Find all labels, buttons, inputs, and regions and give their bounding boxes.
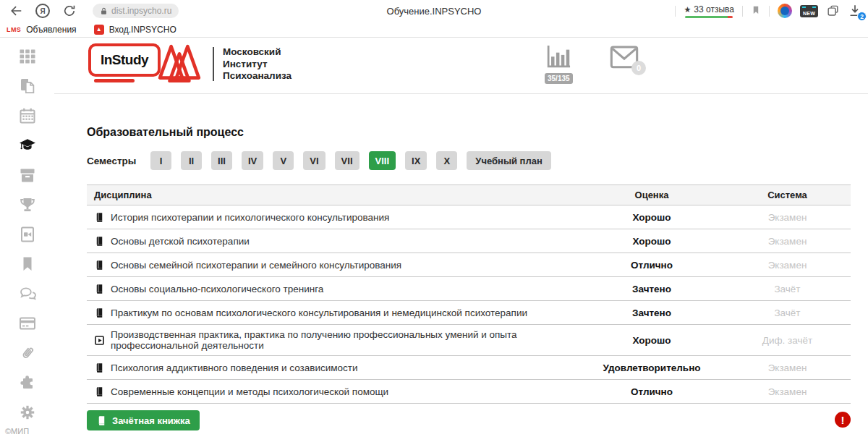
semester-tab-IV[interactable]: IV bbox=[242, 151, 263, 170]
semester-tab-X[interactable]: X bbox=[436, 151, 457, 170]
chat-icon bbox=[19, 285, 36, 302]
semester-tab-VIII[interactable]: VIII bbox=[369, 151, 396, 170]
calendar-icon bbox=[19, 107, 36, 124]
semester-tab-III[interactable]: III bbox=[211, 151, 232, 170]
semester-tab-I[interactable]: I bbox=[150, 151, 171, 170]
downloads-badge: 2 bbox=[857, 12, 867, 21]
content-area: InStudy Московский Институт Психоанализа… bbox=[54, 38, 868, 437]
semester-tab-II[interactable]: II bbox=[181, 151, 202, 170]
table-row[interactable]: Основы детской психотерапииХорошоЭкзамен bbox=[87, 229, 851, 253]
table-row[interactable]: Психология аддиктивного поведения и соза… bbox=[87, 356, 851, 380]
sidebar-item-education[interactable] bbox=[17, 137, 38, 154]
address-bar[interactable]: dist.inpsycho.ru bbox=[93, 4, 179, 18]
app-frame: ©МИП InStudy Московский Институт Психоан… bbox=[0, 38, 868, 437]
reviews-rating[interactable]: 33 отзыва bbox=[684, 4, 734, 18]
bookmark-icon bbox=[19, 255, 36, 273]
table-row[interactable]: История психотерапии и психологического … bbox=[87, 205, 851, 229]
semester-tab-VII[interactable]: VII bbox=[335, 151, 359, 170]
column-header-discipline: Дисциплина bbox=[87, 190, 579, 200]
grading-system: Экзамен bbox=[724, 212, 851, 223]
sidebar-item-attachments[interactable] bbox=[17, 344, 38, 362]
browser-profile-icon[interactable]: Я bbox=[35, 4, 50, 18]
sidebar-item-bookmarks[interactable] bbox=[17, 255, 38, 273]
book-icon bbox=[96, 415, 107, 426]
discipline-name: Основы социально-психологического тренин… bbox=[111, 284, 323, 294]
progress-stats[interactable]: 35/135 bbox=[545, 43, 573, 84]
grading-system: Экзамен bbox=[724, 362, 851, 373]
lock-icon bbox=[100, 7, 108, 15]
extension-browser-icon[interactable] bbox=[778, 4, 792, 18]
toolbar-separator bbox=[769, 6, 770, 17]
semester-tab-V[interactable]: V bbox=[273, 151, 294, 170]
table-row[interactable]: Основы социально-психологического тренин… bbox=[87, 277, 851, 301]
trophy-icon bbox=[19, 196, 36, 213]
alert-notification-icon[interactable] bbox=[835, 412, 851, 428]
semester-tab-IX[interactable]: IX bbox=[405, 151, 427, 170]
sidebar-item-calendar[interactable] bbox=[17, 107, 38, 124]
instudy-logo[interactable]: InStudy bbox=[88, 43, 161, 82]
bar-chart-icon bbox=[545, 43, 573, 71]
grading-system: Экзамен bbox=[724, 260, 851, 271]
instudy-logo-stand bbox=[94, 79, 135, 82]
column-header-grade: Оценка bbox=[579, 190, 724, 200]
institute-triangles-logo[interactable] bbox=[157, 43, 202, 86]
messages-envelope[interactable]: 0 bbox=[610, 45, 639, 69]
sidebar-item-dashboard[interactable] bbox=[17, 48, 38, 65]
extension-new-icon[interactable]: NEW bbox=[800, 5, 818, 17]
bookmark-item-login[interactable]: ▲ Вход.INPSYCHO bbox=[94, 25, 176, 35]
table-row[interactable]: Современные концепции и методы психологи… bbox=[87, 380, 851, 404]
sidebar-item-services[interactable] bbox=[17, 374, 38, 391]
sidebar-item-video-materials[interactable] bbox=[17, 226, 38, 243]
table-row[interactable]: Основы семейной психотерапии и семейного… bbox=[87, 253, 851, 277]
reload-icon[interactable] bbox=[62, 4, 77, 18]
book-icon bbox=[94, 362, 105, 373]
semester-tab-VI[interactable]: VI bbox=[303, 151, 325, 170]
stats-badge: 35/135 bbox=[545, 73, 573, 84]
paperclip-icon bbox=[19, 344, 36, 362]
sidebar-item-messages[interactable] bbox=[17, 285, 38, 302]
lms-favicon: LMS bbox=[7, 26, 21, 33]
side-panel-icon[interactable] bbox=[826, 4, 840, 18]
logo-divider bbox=[213, 47, 214, 81]
bookmark-flag-icon[interactable] bbox=[751, 5, 761, 17]
book-icon bbox=[94, 386, 105, 397]
sidebar-item-documents[interactable] bbox=[17, 77, 38, 95]
sidebar-item-settings[interactable] bbox=[17, 404, 38, 421]
sidebar-item-payments[interactable] bbox=[17, 315, 38, 332]
back-icon[interactable] bbox=[9, 4, 23, 18]
graduation-cap-icon bbox=[19, 137, 36, 154]
semester-tabs: IIIIIIIVVVIVIIVIIIIXX bbox=[150, 151, 457, 170]
bookmark-item-announcements[interactable]: LMS Объявления bbox=[7, 25, 77, 35]
sidebar-item-archive[interactable] bbox=[17, 166, 38, 184]
bookmarks-bar: LMS Объявления ▲ Вход.INPSYCHO bbox=[0, 22, 868, 38]
institute-name-line: Институт bbox=[223, 59, 292, 71]
rating-bar bbox=[685, 16, 733, 18]
toolbar-separator bbox=[742, 6, 743, 17]
downloads-icon[interactable]: 2 bbox=[848, 4, 862, 18]
grade-value: Зачтено bbox=[579, 307, 724, 318]
star-icon bbox=[684, 4, 691, 14]
column-header-system: Система bbox=[724, 190, 851, 200]
gradebook-button[interactable]: Зачётная книжка bbox=[87, 410, 200, 430]
documents-icon bbox=[19, 77, 36, 95]
discipline-cell: Практикум по основам психологического ко… bbox=[87, 303, 579, 323]
mail-count-badge: 0 bbox=[631, 61, 646, 75]
semester-row: Семестры IIIIIIIVVVIVIIVIIIIXX Учебный п… bbox=[87, 151, 851, 170]
gear-icon bbox=[19, 404, 36, 421]
study-plan-button[interactable]: Учебный план bbox=[467, 151, 550, 170]
table-header-row: Дисциплина Оценка Система bbox=[87, 185, 851, 205]
discipline-cell: Основы детской психотерапии bbox=[87, 232, 579, 251]
discipline-name: История психотерапии и психологического … bbox=[111, 212, 389, 223]
semesters-label: Семестры bbox=[87, 156, 150, 166]
discipline-cell: Производственная практика, практика по п… bbox=[87, 325, 579, 355]
bookmark-label: Объявления bbox=[26, 25, 76, 35]
play-icon bbox=[94, 335, 105, 346]
table-row[interactable]: Производственная практика, практика по п… bbox=[87, 325, 851, 356]
table-row[interactable]: Практикум по основам психологического ко… bbox=[87, 301, 851, 325]
sidebar-item-achievements[interactable] bbox=[17, 196, 38, 213]
discipline-cell: Психология аддиктивного поведения и соза… bbox=[87, 358, 579, 378]
grade-value: Хорошо bbox=[579, 236, 724, 247]
gradebook-button-label: Зачётная книжка bbox=[112, 415, 190, 426]
copyright-label: ©МИП bbox=[5, 427, 29, 436]
discipline-name: Основы семейной психотерапии и семейного… bbox=[111, 260, 401, 271]
